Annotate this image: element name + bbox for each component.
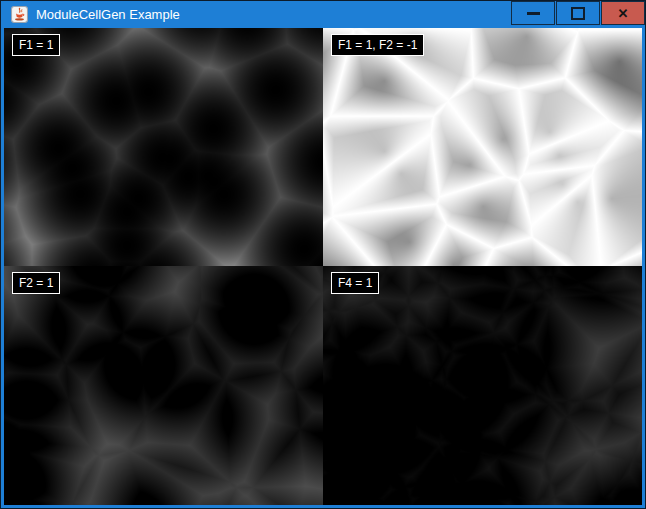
panel-label-f1-minus-f2: F1 = 1, F2 = -1 (331, 34, 424, 56)
noise-grid: F1 = 1 F1 = 1, F2 = -1 F2 = 1 F4 = 1 (4, 28, 642, 508)
panel-f1: F1 = 1 (4, 28, 323, 266)
noise-canvas-f2 (4, 266, 323, 505)
window-title: ModuleCellGen Example (36, 1, 180, 28)
minimize-button[interactable] (511, 1, 555, 25)
panel-f4: F4 = 1 (323, 266, 642, 505)
noise-canvas-f1 (4, 28, 323, 266)
panel-f1-minus-f2: F1 = 1, F2 = -1 (323, 28, 642, 266)
panel-label-f1: F1 = 1 (12, 34, 60, 56)
java-coffee-cup-icon (11, 6, 28, 23)
titlebar[interactable]: ModuleCellGen Example ✕ (1, 1, 645, 28)
noise-canvas-f1-minus-f2 (323, 28, 642, 266)
window: ModuleCellGen Example ✕ F1 = 1 F1 = 1, F… (0, 0, 646, 509)
noise-canvas-f4 (323, 266, 642, 505)
panel-label-f4: F4 = 1 (331, 272, 379, 294)
window-controls: ✕ (510, 1, 645, 25)
minimize-icon (527, 12, 540, 15)
panel-label-f2: F2 = 1 (12, 272, 60, 294)
close-icon: ✕ (618, 7, 629, 20)
maximize-icon (571, 7, 585, 20)
maximize-button[interactable] (556, 1, 600, 25)
panel-f2: F2 = 1 (4, 266, 323, 505)
close-button[interactable]: ✕ (601, 1, 645, 25)
